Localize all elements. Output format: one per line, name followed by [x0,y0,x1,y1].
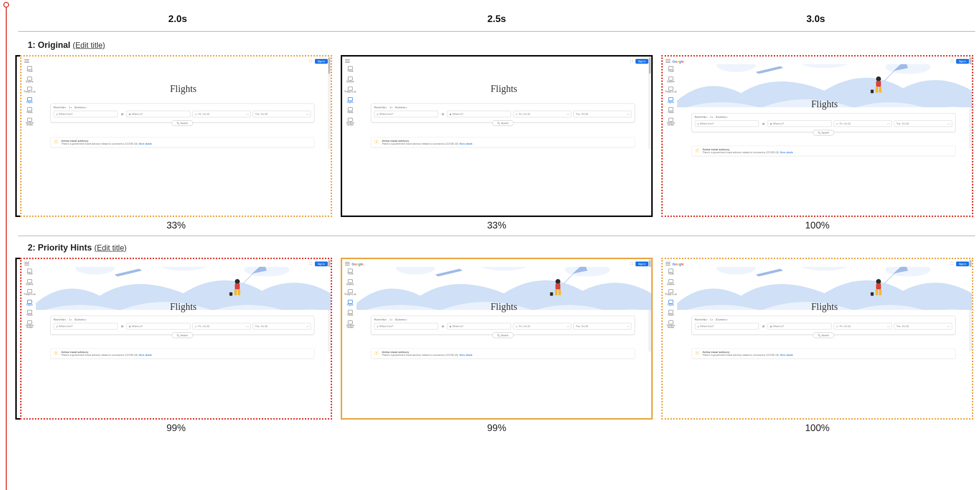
search-button[interactable]: 🔍 Search [171,120,193,126]
sign-in-button[interactable]: Sign in [956,59,969,64]
sidebar-item[interactable]: Travel [665,269,677,275]
where-from-input[interactable]: ◎Where from? [54,111,118,117]
apps-icon[interactable] [309,262,313,266]
depart-date-input[interactable]: ▭Fri, Oct 22‹ › [192,323,251,330]
sign-in-button[interactable]: Sign in [315,262,328,266]
menu-icon[interactable] [24,262,29,266]
return-date-input[interactable]: Tue, Oct 26‹ › [253,111,311,117]
sidebar-item[interactable]: Travel [23,66,36,73]
menu-icon[interactable] [666,262,670,266]
filmstrip-thumbnail[interactable]: Google Sign in TravelExploreThings to do… [661,55,973,217]
sidebar-item[interactable]: Explore [23,279,36,286]
sidebar-item[interactable]: Explore [344,279,356,286]
where-from-input[interactable]: ◎Where from? [374,111,438,117]
where-from-input[interactable]: ◎Where from? [695,323,759,330]
swap-icon[interactable]: ⇄ [440,111,445,117]
edit-title-link[interactable]: (Edit title) [73,41,105,49]
class-chip[interactable]: Economy [395,318,407,321]
where-to-input[interactable]: ◉Where to? [768,120,832,127]
depart-date-input[interactable]: ▭Fri, Oct 22‹ › [192,111,251,117]
sidebar-item[interactable]: Explore [344,77,356,83]
swap-icon[interactable]: ⇄ [440,323,445,330]
sidebar-item[interactable]: Things to do [344,289,356,296]
advisory-more-link[interactable]: More details [459,353,472,356]
sidebar-item[interactable]: Vacation rentals [23,118,36,126]
menu-icon[interactable] [345,262,350,266]
sidebar-item[interactable]: Flights [665,97,677,104]
sidebar-item[interactable]: Vacation rentals [344,118,356,126]
sidebar-item[interactable]: Explore [665,77,677,83]
sidebar-item[interactable]: Hotels [665,310,677,317]
sidebar-item[interactable]: Travel [23,269,36,275]
swap-icon[interactable]: ⇄ [120,111,124,117]
return-date-input[interactable]: Tue, Oct 26‹ › [894,120,952,127]
scrollbar[interactable] [328,57,331,149]
passengers-chip[interactable]: 1 [710,115,713,118]
return-date-input[interactable]: Tue, Oct 26‹ › [253,323,311,330]
apps-icon[interactable] [630,262,634,266]
trip-type-chip[interactable]: Round trip [374,106,387,109]
sidebar-item[interactable]: Flights [344,300,356,307]
advisory-more-link[interactable]: More details [139,353,152,356]
scrollbar[interactable] [648,57,651,149]
sidebar-item[interactable]: Explore [23,77,36,83]
passengers-chip[interactable]: 1 [390,106,392,109]
where-to-input[interactable]: ◉Where to? [447,323,511,330]
where-to-input[interactable]: ◉Where to? [126,111,190,117]
filmstrip-thumbnail[interactable]: Google Sign in TravelExploreThings to do… [20,258,332,420]
depart-date-input[interactable]: ▭Fri, Oct 22‹ › [834,323,892,330]
return-date-input[interactable]: Tue, Oct 26‹ › [894,323,952,330]
sign-in-button[interactable]: Sign in [956,262,969,266]
sidebar-item[interactable]: Vacation rentals [344,320,356,329]
sidebar-item[interactable]: Explore [665,279,677,286]
sidebar-item[interactable]: Things to do [665,87,677,93]
sidebar-item[interactable]: Vacation rentals [665,320,677,329]
trip-type-chip[interactable]: Round trip [54,106,66,109]
trip-type-chip[interactable]: Round trip [695,115,707,118]
trip-type-chip[interactable]: Round trip [54,318,66,321]
sign-in-button[interactable]: Sign in [315,59,328,64]
sidebar-item[interactable]: Hotels [344,107,356,114]
class-chip[interactable]: Economy [75,106,86,109]
sign-in-button[interactable]: Sign in [635,59,648,64]
apps-icon[interactable] [950,59,954,63]
class-chip[interactable]: Economy [75,318,86,321]
sidebar-item[interactable]: Travel [344,269,356,275]
where-from-input[interactable]: ◎Where from? [695,120,759,127]
search-button[interactable]: 🔍 Search [492,120,513,126]
menu-icon[interactable] [24,59,29,63]
apps-icon[interactable] [950,262,954,266]
passengers-chip[interactable]: 1 [710,318,713,321]
filmstrip-thumbnail[interactable]: Google Sign in TravelExploreThings to do… [341,55,653,217]
sidebar-item[interactable]: Vacation rentals [23,320,36,329]
trip-type-chip[interactable]: Round trip [374,318,387,321]
apps-icon[interactable] [309,59,313,63]
trip-type-chip[interactable]: Round trip [695,318,707,321]
sidebar-item[interactable]: Flights [23,300,36,307]
sidebar-item[interactable]: Travel [344,66,356,73]
search-button[interactable]: 🔍 Search [171,332,193,338]
advisory-more-link[interactable]: More details [780,353,793,356]
sidebar-item[interactable]: Vacation rentals [665,118,677,126]
swap-icon[interactable]: ⇄ [761,323,766,330]
where-from-input[interactable]: ◎Where from? [54,323,118,330]
return-date-input[interactable]: Tue, Oct 26‹ › [573,323,632,330]
edit-title-link[interactable]: (Edit title) [94,244,127,252]
sidebar-item[interactable]: Hotels [23,310,36,317]
where-to-input[interactable]: ◉Where to? [768,323,832,330]
sidebar-item[interactable]: Flights [23,97,36,104]
menu-icon[interactable] [345,59,350,63]
filmstrip-thumbnail[interactable]: Google Sign in TravelExploreThings to do… [20,55,332,217]
sidebar-item[interactable]: Hotels [665,107,677,114]
sidebar-item[interactable]: Things to do [344,87,356,93]
sidebar-item[interactable]: Hotels [23,107,36,114]
where-to-input[interactable]: ◉Where to? [447,111,511,117]
passengers-chip[interactable]: 1 [69,106,72,109]
sidebar-item[interactable]: Flights [344,97,356,104]
swap-icon[interactable]: ⇄ [761,120,766,127]
search-button[interactable]: 🔍 Search [813,130,834,136]
sidebar-item[interactable]: Things to do [665,289,677,296]
sidebar-item[interactable]: Things to do [23,87,36,93]
sidebar-item[interactable]: Flights [665,300,677,307]
class-chip[interactable]: Economy [716,115,727,118]
